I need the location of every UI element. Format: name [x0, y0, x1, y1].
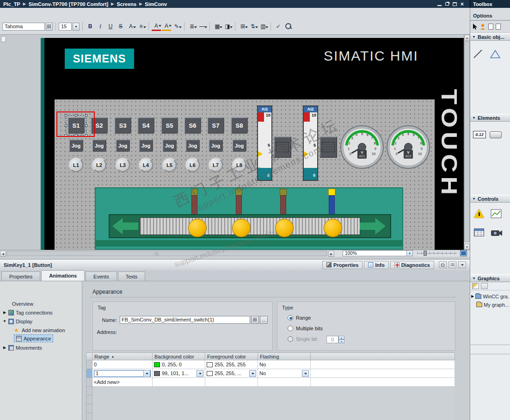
user-icon[interactable] — [480, 24, 486, 30]
format-check-button[interactable]: ✓ — [274, 22, 283, 31]
hmi-slider-1[interactable] — [274, 136, 291, 158]
browse-button[interactable]: ... — [260, 316, 268, 324]
tree-item-add-new-animation[interactable]: ★ Add new animation — [14, 326, 65, 334]
tab-properties[interactable]: Properties — [1, 272, 40, 281]
header-background-color[interactable]: Background color — [153, 352, 205, 360]
dropdown-icon[interactable] — [249, 370, 256, 377]
cell-flashing[interactable]: No — [258, 369, 311, 378]
range-value-combo[interactable]: 1 — [94, 370, 151, 377]
tag-name-field[interactable]: FB_SimConv_DB_simElement_switch{1} — [120, 316, 250, 324]
tab-animations[interactable]: Animations — [41, 270, 85, 281]
italic-button[interactable]: I — [96, 22, 105, 31]
fill-pattern-button[interactable]: ▦ — [213, 22, 222, 31]
font-name-combo[interactable]: Tahoma — [2, 23, 45, 31]
table-row-selected[interactable]: 1 99, 101, 1... 255, 255, ... No — [86, 369, 455, 378]
tree-item-tag-connections[interactable]: ▶ Tag connections — [3, 309, 53, 316]
hmi-button-s5[interactable]: S5 — [161, 117, 178, 134]
hmi-button-s8[interactable]: S8 — [231, 117, 248, 134]
user-view-tool-icon[interactable] — [474, 229, 484, 236]
screen-editor-canvas[interactable]: SIEMENS SIMATIC HMI S1 S2 S3 S4 S5 S6 S7… — [0, 35, 470, 250]
bar-gauge-ai2[interactable]: AI2 10 5 0 — [303, 105, 318, 181]
zoom-edit-button[interactable] — [284, 22, 293, 31]
polygon-tool-icon[interactable] — [490, 49, 501, 59]
hmi-lamp-l5[interactable]: L5 — [162, 158, 177, 172]
align-text-button[interactable]: ≣ — [187, 22, 197, 31]
restore-icon[interactable] — [445, 2, 449, 6]
tab-info[interactable]: i Info — [364, 261, 388, 269]
hmi-button-s4[interactable]: S4 — [137, 117, 154, 134]
button-tool-icon[interactable] — [490, 131, 502, 138]
dropdown-icon[interactable] — [197, 370, 203, 377]
hmi-lamp-l1[interactable]: L1 — [69, 158, 83, 172]
spinner-value[interactable]: 0 — [326, 336, 338, 343]
hmi-slider-2[interactable] — [320, 136, 337, 158]
bold-button[interactable]: B — [86, 22, 95, 31]
dropdown-icon[interactable] — [143, 370, 150, 377]
graphics-item-my-graphics[interactable]: My graph... — [471, 301, 510, 309]
tag-table-browse-icon[interactable] — [251, 316, 259, 324]
font-color-button[interactable]: A — [152, 22, 161, 31]
font-size-combo[interactable]: 15 — [59, 23, 72, 31]
radio-selected-icon[interactable] — [288, 315, 293, 321]
scroll-left-icon[interactable]: ◀ — [0, 251, 6, 257]
section-elements[interactable]: ▼ Elements — [470, 114, 510, 122]
line-spacing-button[interactable]: ≡ — [136, 22, 146, 31]
zoom-slider[interactable] — [417, 251, 457, 256]
pane-menu-icon[interactable] — [449, 261, 456, 268]
camera-view-tool-icon[interactable] — [491, 229, 503, 237]
tab-events[interactable]: Events — [86, 272, 117, 281]
hmi-lamp-l7[interactable]: L7 — [209, 158, 223, 172]
section-controls[interactable]: ▼ Controls — [470, 195, 510, 203]
expander-closed-icon[interactable]: ▶ — [3, 346, 6, 350]
line-tool-icon[interactable] — [473, 49, 483, 59]
maximize-icon[interactable] — [453, 2, 457, 6]
line-style-button[interactable]: — — [197, 22, 207, 31]
align-objects-button[interactable]: ⇅ — [248, 22, 258, 31]
tab-properties-top[interactable]: Properties — [322, 261, 363, 269]
cell-range[interactable]: 0 — [92, 360, 153, 369]
cell-background-color[interactable]: 0, 255, 0 — [153, 360, 205, 369]
document-icon[interactable] — [496, 24, 501, 30]
font-picker-icon[interactable] — [46, 23, 53, 31]
table-row-add-new[interactable]: <Add new> — [86, 378, 455, 387]
distribute-objects-button[interactable]: ▥ — [258, 22, 268, 31]
collapse-pane-icon[interactable] — [458, 261, 466, 268]
hmi-button-jog2[interactable]: Jog — [92, 139, 106, 152]
add-graphic-icon[interactable] — [472, 283, 479, 289]
row-header-cell[interactable] — [86, 378, 92, 387]
close-icon[interactable]: × — [461, 2, 464, 6]
header-range[interactable]: Range ▲ — [92, 352, 153, 360]
hmi-lamp-l8[interactable]: L8 — [232, 158, 246, 172]
scroll-right-icon[interactable]: ▶ — [328, 251, 334, 257]
radio-multiple-bits[interactable]: Multiple bits — [288, 326, 323, 331]
hmi-button-s3[interactable]: S3 — [114, 117, 131, 134]
io-field-tool-icon[interactable]: 0.12 — [473, 131, 486, 138]
expander-open-icon[interactable]: ▼ — [3, 319, 6, 323]
corner-style-button[interactable]: ◨ — [223, 22, 232, 31]
breadcrumb-item-device[interactable]: SimConv-TP700 [TP700 Comfort] — [29, 1, 108, 7]
collapse-all-icon[interactable] — [481, 283, 488, 289]
hmi-button-jog5[interactable]: Jog — [162, 139, 177, 152]
fit-to-screen-icon[interactable] — [460, 250, 467, 256]
trend-view-tool-icon[interactable] — [491, 209, 502, 218]
hmi-button-s6[interactable]: S6 — [184, 117, 201, 134]
highlight-color-button[interactable]: A — [162, 22, 171, 31]
breadcrumb-item-project[interactable]: Plc_TP — [3, 1, 20, 7]
alarm-view-tool-icon[interactable] — [474, 209, 484, 218]
minimize-icon[interactable] — [437, 2, 442, 6]
arrange-objects-button[interactable]: ⊞ — [238, 22, 247, 31]
header-foreground-color[interactable]: Foreground color — [205, 352, 258, 360]
float-pane-icon[interactable] — [439, 261, 447, 268]
tree-item-appearance[interactable]: Appearance — [14, 334, 53, 342]
tab-diagnostics[interactable]: Diagnostics — [390, 261, 434, 269]
toolbox-options-header[interactable]: Options — [470, 12, 510, 21]
bar-gauge-ai1[interactable]: AI1 10 5 0 — [257, 105, 272, 181]
spin-up-icon[interactable]: ▴ — [338, 336, 344, 340]
hmi-button-jog1[interactable]: Jog — [69, 139, 83, 152]
hmi-button-jog7[interactable]: Jog — [209, 139, 223, 152]
section-graphics[interactable]: ▼ Graphics — [470, 274, 510, 282]
hmi-lamp-l3[interactable]: L3 — [116, 158, 130, 172]
cell-foreground-color[interactable]: 255, 255, 255 — [205, 360, 258, 369]
cursor-icon[interactable] — [473, 24, 478, 30]
expander-closed-icon[interactable]: ▶ — [3, 310, 6, 315]
